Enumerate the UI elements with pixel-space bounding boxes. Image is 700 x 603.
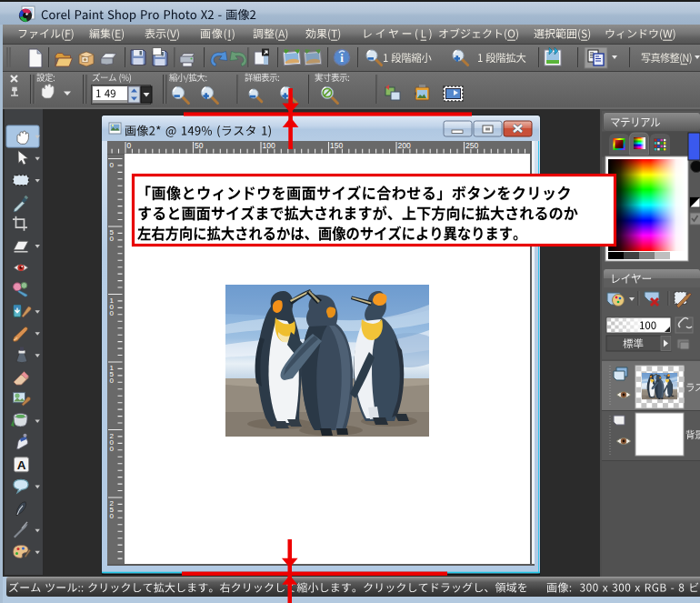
svg-text:i: i — [340, 51, 344, 65]
svg-text:100: 100 — [263, 141, 275, 150]
svg-text:0: 0 — [127, 141, 132, 150]
svg-text:150: 150 — [330, 141, 343, 150]
svg-text:250: 250 — [465, 141, 478, 150]
svg-text:50: 50 — [195, 141, 204, 150]
svg-text:A: A — [17, 458, 26, 472]
svg-text:200: 200 — [398, 141, 411, 150]
svg-text:200: 200 — [110, 432, 115, 453]
svg-text:50: 50 — [110, 228, 115, 243]
svg-text:250: 250 — [110, 499, 115, 520]
svg-text:100: 100 — [110, 296, 115, 317]
svg-text:150: 150 — [110, 364, 115, 385]
svg-text:0: 0 — [110, 161, 115, 169]
